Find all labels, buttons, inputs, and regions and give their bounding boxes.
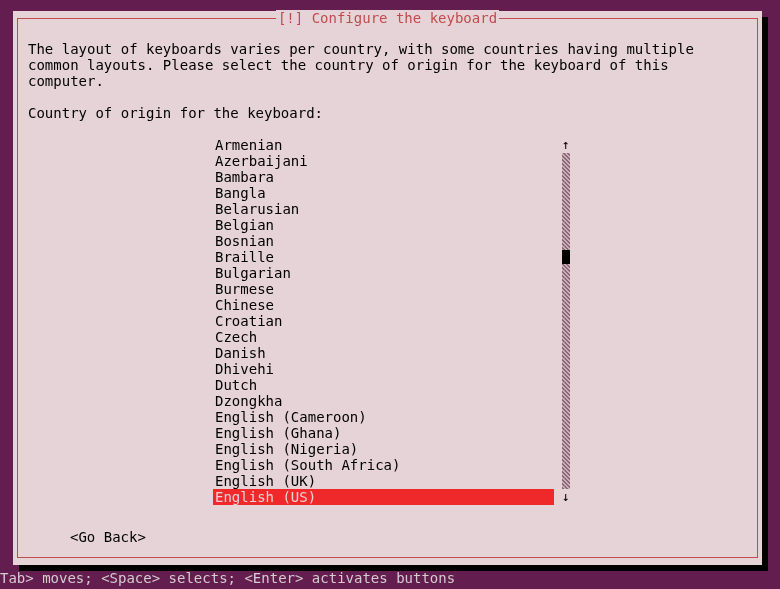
list-item[interactable]: Croatian bbox=[213, 313, 554, 329]
list-item[interactable]: Burmese bbox=[213, 281, 554, 297]
list-item[interactable]: Danish bbox=[213, 345, 554, 361]
list-item[interactable]: Czech bbox=[213, 329, 554, 345]
panel-border: [!] Configure the keyboard The layout of… bbox=[17, 18, 758, 558]
scroll-down-icon[interactable]: ↓ bbox=[561, 489, 571, 505]
list-item[interactable]: English (Ghana) bbox=[213, 425, 554, 441]
list-item[interactable]: English (South Africa) bbox=[213, 457, 554, 473]
scrollbar-thumb[interactable] bbox=[562, 250, 570, 264]
list-item[interactable]: Braille bbox=[213, 249, 554, 265]
country-list-area: ArmenianAzerbaijaniBambaraBanglaBelarusi… bbox=[28, 137, 747, 505]
description-text: The layout of keyboards varies per count… bbox=[28, 41, 747, 89]
list-item[interactable]: Chinese bbox=[213, 297, 554, 313]
country-list[interactable]: ArmenianAzerbaijaniBambaraBanglaBelarusi… bbox=[213, 137, 554, 505]
go-back-button[interactable]: <Go Back> bbox=[70, 529, 146, 545]
footer-hint: Tab> moves; <Space> selects; <Enter> act… bbox=[0, 570, 455, 586]
list-item[interactable]: Dutch bbox=[213, 377, 554, 393]
list-item[interactable]: English (Cameroon) bbox=[213, 409, 554, 425]
list-item[interactable]: Bangla bbox=[213, 185, 554, 201]
list-item[interactable]: Azerbaijani bbox=[213, 153, 554, 169]
list-item[interactable]: English (Nigeria) bbox=[213, 441, 554, 457]
list-item[interactable]: Belarusian bbox=[213, 201, 554, 217]
list-item[interactable]: Bulgarian bbox=[213, 265, 554, 281]
dialog-content: The layout of keyboards varies per count… bbox=[28, 41, 747, 549]
list-item[interactable]: Bambara bbox=[213, 169, 554, 185]
list-item[interactable]: Dzongkha bbox=[213, 393, 554, 409]
list-item[interactable]: English (UK) bbox=[213, 473, 554, 489]
dialog-panel: [!] Configure the keyboard The layout of… bbox=[13, 11, 762, 565]
prompt-text: Country of origin for the keyboard: bbox=[28, 105, 747, 121]
scrollbar-track[interactable] bbox=[562, 153, 570, 489]
list-item[interactable]: Belgian bbox=[213, 217, 554, 233]
list-item[interactable]: English (US) bbox=[213, 489, 554, 505]
list-item[interactable]: Bosnian bbox=[213, 233, 554, 249]
scrollbar[interactable]: ↑ ↓ bbox=[561, 137, 571, 505]
scroll-up-icon[interactable]: ↑ bbox=[561, 137, 571, 153]
dialog-title: [!] Configure the keyboard bbox=[276, 10, 499, 26]
list-item[interactable]: Armenian bbox=[213, 137, 554, 153]
list-item[interactable]: Dhivehi bbox=[213, 361, 554, 377]
title-wrap: [!] Configure the keyboard bbox=[18, 10, 757, 26]
